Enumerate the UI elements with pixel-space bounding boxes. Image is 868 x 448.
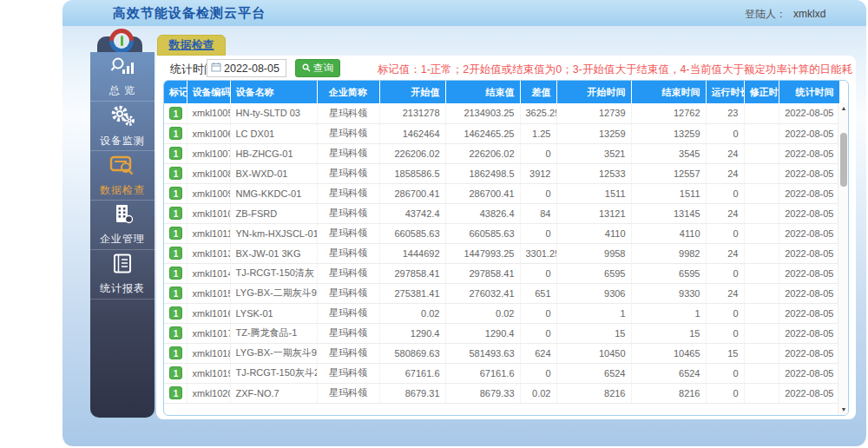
cell: 星玛科领 [317,343,379,363]
cell: 8679.31 [379,383,445,403]
cell: 660585.63 [445,223,520,243]
cell: 4110 [556,223,631,243]
cell [744,303,779,323]
cell: 2022-08-05 [779,343,839,363]
table-row: 1xmkl1009NMG-KKDC-01星玛科领286700.41286700.… [164,183,839,203]
cell: 67161.6 [445,363,520,383]
cell: 0 [706,303,744,323]
mark-badge: 1 [169,326,182,339]
cell [744,323,779,343]
vertical-scrollbar[interactable]: ▲ ▼ [838,103,848,415]
cell: 24 [706,243,744,263]
scroll-down-arrow[interactable]: ▼ [838,406,849,413]
cell: 2022-08-05 [779,363,839,383]
cell: 43826.4 [445,203,520,223]
cell [744,223,779,243]
cell: 275381.41 [379,283,445,303]
column-header-5: 结束值 [445,81,520,103]
cell: 226206.02 [379,143,445,163]
mark-cell: 1 [164,323,187,343]
main-panel: 统计时间： 2022-08-05 查询 标记值：1-正常；2开始值或 [156,56,856,419]
mark-badge: 1 [169,366,182,379]
cell: 9306 [556,283,631,303]
sidebar-item-label: 数据检查 [100,183,145,198]
cell: 星玛科领 [317,383,379,403]
column-header-1: 设备编码 [187,81,230,103]
cell [744,203,779,223]
cell: 星玛科领 [317,223,379,243]
calendar-icon [211,62,221,75]
cell: 24 [706,283,744,303]
cell: 9330 [631,283,706,303]
cell: 星玛科领 [317,303,379,323]
cell: 13145 [631,203,706,223]
tab-data-check[interactable]: 数据检查 [157,35,226,56]
mark-badge: 1 [169,267,182,280]
cell: 星玛科领 [317,183,379,203]
cell: LYG-BX-一期灰斗90KW [230,343,317,363]
cell: NMG-KKDC-01 [230,183,317,203]
cell: 0.02 [520,383,556,403]
sidebar-item-data-check[interactable]: 数据检查 [90,151,155,201]
mark-value-hint: 标记值：1-正常；2开始值或结束值为0；3-开始值大于结束值，4-当前值大于额定… [378,63,852,77]
cell: 226206.02 [445,143,520,163]
cell: 2022-08-05 [779,383,839,403]
cell: 23 [706,103,744,123]
cell: YN-km-HXJSCL-01 [230,223,317,243]
cell: 12557 [631,163,706,183]
cell: 276032.41 [445,283,520,303]
cell: 24 [706,143,744,163]
power-indicator-icon[interactable] [109,29,134,53]
building-icon [110,203,135,228]
cell: 星玛科领 [317,103,379,123]
cell: 0 [520,263,556,283]
cell: 12739 [556,103,631,123]
sidebar-item-reports[interactable]: 统计报表 [90,250,155,300]
column-header-7: 开始时间 [556,81,631,103]
scrollbar-thumb[interactable] [840,133,847,187]
mark-badge: 1 [169,386,182,399]
sidebar-item-device-monitor[interactable]: 设备监测 [90,102,155,151]
table-row: 1xmkl1006LC DX01星玛科领14624641462465.251.2… [164,123,839,143]
cell: 297858.41 [445,263,520,283]
cell: 24 [706,203,744,223]
cell: 1511 [556,183,631,203]
cell: 15 [556,323,631,343]
cell: 星玛科领 [317,323,379,343]
sidebar-item-label: 总 览 [109,83,135,98]
cell: 1.25 [520,123,556,143]
cell: 1858586.5 [379,163,445,183]
sidebar-item-label: 设备监测 [100,134,145,148]
search-button[interactable]: 查询 [295,59,340,77]
column-header-0: 标记 [164,81,187,103]
date-input[interactable]: 2022-08-05 [207,59,286,77]
login-label: 登陆人： [745,8,786,20]
cell: 星玛科领 [317,163,379,183]
sidebar-item-enterprise[interactable]: 企业管理 [90,201,155,250]
cell [744,263,779,283]
table-row: 1xmkl1018LYG-BX-一期灰斗90KW星玛科领580869.63581… [164,343,839,363]
cell: 0 [520,143,556,163]
cell: xmkl1016 [187,303,230,323]
cell [744,363,779,383]
data-table: 标记设备编码设备名称企业简称开始值结束值差值开始时间结束时间运行时长修正时间统计… [164,81,840,404]
cell: LYSK-01 [230,303,317,323]
cell: 0.02 [379,303,445,323]
data-check-magnifier-icon [109,154,135,180]
cell: 6524 [631,363,706,383]
cell: 0 [706,323,744,343]
mark-cell: 1 [164,363,187,383]
cell [744,103,779,123]
cell: xmkl1018 [187,343,230,363]
cell: xmkl1007 [187,143,230,163]
sidebar-item-overview[interactable]: 总 览 [90,52,155,102]
cell: 15 [631,323,706,343]
cell [744,383,779,403]
mark-badge: 1 [169,306,182,320]
scroll-up-arrow[interactable]: ▲ [838,105,849,112]
login-username: xmklxd [793,8,825,20]
cell: 1290.4 [379,323,445,343]
column-header-9: 运行时长 [706,81,744,103]
mark-cell: 1 [164,103,187,123]
cell: ZXF-NO.7 [230,383,317,403]
